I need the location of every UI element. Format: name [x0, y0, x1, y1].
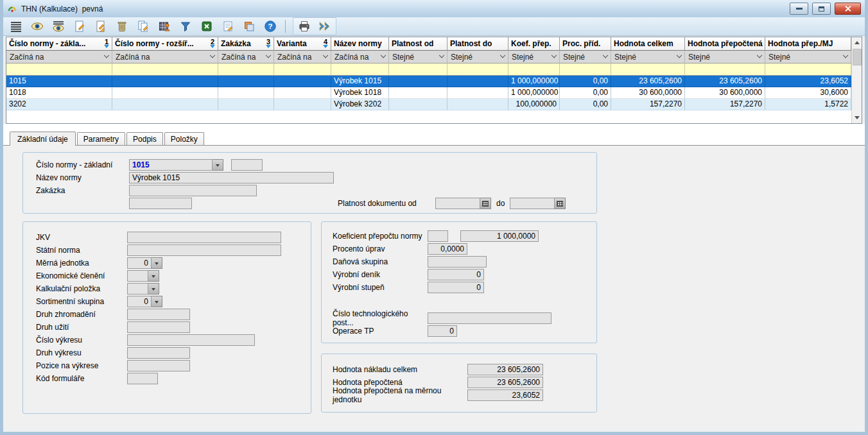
filter-operator-dropdown[interactable]: Stejné	[611, 51, 685, 64]
column-header[interactable]: Proc. příd.	[560, 37, 611, 51]
procento-uprav-field[interactable]: 0,0000	[428, 243, 467, 255]
filter-input[interactable]	[560, 64, 611, 76]
column-header[interactable]: Název normy	[331, 37, 389, 51]
platnost-do-calendar-button[interactable]	[555, 198, 566, 209]
grid-vertical-scrollbar[interactable]	[851, 37, 862, 123]
cislo-vykresu-field[interactable]	[127, 334, 255, 346]
column-header[interactable]: Hodnota celkem	[611, 37, 685, 51]
cislo-normy-field[interactable]: 1015	[129, 159, 213, 171]
tab-podpis[interactable]: Podpis	[126, 132, 163, 145]
column-header[interactable]: Číslo normy - zákla...1	[6, 37, 112, 51]
filter-input[interactable]	[765, 64, 851, 76]
operace-tp-field[interactable]: 0	[428, 325, 457, 337]
new-record-button[interactable]	[72, 19, 87, 34]
druh-vykresu-field[interactable]	[127, 347, 190, 359]
close-button[interactable]	[835, 3, 861, 15]
filter-operator-dropdown[interactable]: Začíná na	[331, 51, 389, 64]
cislo-normy-dropdown-button[interactable]	[213, 159, 223, 171]
filter-input[interactable]	[611, 64, 685, 76]
sortimentni-skupina-dropdown-button[interactable]	[152, 296, 162, 307]
menu-button[interactable]	[8, 19, 24, 34]
table-row[interactable]: 1018Výrobek 10181 000,0000000,0030 600,0…	[6, 87, 851, 99]
scrollbar-thumb[interactable]	[853, 49, 862, 65]
filter-button[interactable]	[178, 19, 193, 34]
druh-zhromadeni-field[interactable]	[127, 309, 190, 320]
filter-operator-dropdown[interactable]: Začíná na	[6, 51, 112, 64]
zakazka-field[interactable]	[129, 185, 257, 196]
filter-input[interactable]	[447, 64, 508, 76]
hodnota-prepoctena-field[interactable]: 23 605,2600	[467, 377, 543, 388]
koeficient-field[interactable]: 1 000,0000	[460, 230, 539, 242]
edit-record-button[interactable]	[93, 19, 108, 34]
filter-operator-dropdown[interactable]: Stejné	[560, 51, 611, 64]
filter-operator-dropdown[interactable]: Stejné	[447, 51, 508, 64]
column-header[interactable]: Číslo normy - rozšíř...2	[112, 37, 218, 51]
column-header[interactable]: Platnost od	[389, 37, 447, 51]
jkv-field[interactable]	[127, 232, 281, 243]
filter-input[interactable]	[6, 64, 112, 76]
duplicate-button[interactable]	[241, 19, 257, 34]
platnost-do-field[interactable]	[510, 198, 555, 209]
table-row[interactable]: 3202Výrobek 3202100,0000000,00157,227015…	[6, 99, 851, 110]
tab-parametry[interactable]: Parametry	[77, 132, 125, 145]
tab-zakladni-udaje[interactable]: Základní údaje	[10, 132, 76, 146]
platnost-od-field[interactable]	[435, 198, 480, 209]
forward-button[interactable]	[317, 19, 333, 34]
assign-button[interactable]	[157, 19, 172, 34]
hodnota-prepoctena-mj-field[interactable]: 23,6052	[467, 389, 543, 401]
cislo-normy-extra-field[interactable]	[231, 159, 263, 171]
filter-input[interactable]	[508, 64, 560, 76]
column-header[interactable]: Koef. přep.	[508, 37, 560, 51]
merna-jednotka-field[interactable]: 0	[127, 257, 152, 269]
merna-jednotka-dropdown-button[interactable]	[152, 257, 162, 269]
column-header[interactable]: Hodnota přep./MJ	[765, 37, 851, 51]
danova-skupina-field[interactable]	[428, 256, 487, 268]
delete-record-button[interactable]	[114, 19, 130, 34]
restore-button[interactable]	[812, 3, 831, 15]
platnost-od-calendar-button[interactable]	[480, 198, 491, 209]
column-header[interactable]: Platnost do	[447, 37, 508, 51]
filter-operator-dropdown[interactable]: Začíná na	[112, 51, 218, 64]
kalkulacni-polozka-dropdown-button[interactable]	[148, 283, 159, 294]
vyrobni-stupen-field[interactable]: 0	[428, 282, 484, 293]
koeficient-small-field[interactable]	[428, 230, 448, 242]
filter-operator-dropdown[interactable]: Stejné	[765, 51, 851, 64]
filter-operator-dropdown[interactable]: Začíná na	[218, 51, 274, 64]
filter-operator-dropdown[interactable]: Stejné	[389, 51, 447, 64]
ekonomicke-cleneni-dropdown-button[interactable]	[148, 270, 159, 282]
statni-norma-field[interactable]	[127, 244, 281, 256]
print-button[interactable]	[297, 19, 312, 34]
filter-input[interactable]	[112, 64, 218, 76]
report-button[interactable]	[220, 19, 236, 34]
filter-input[interactable]	[685, 64, 765, 76]
filter-operator-dropdown[interactable]: Stejné	[508, 51, 560, 64]
filter-input[interactable]	[331, 64, 389, 76]
view-columns-button[interactable]	[51, 19, 66, 34]
zakazka-extra-field[interactable]	[129, 198, 192, 209]
hodnota-nakladu-field[interactable]: 23 605,2600	[467, 364, 543, 375]
tab-polozky[interactable]: Položky	[164, 132, 204, 145]
view-button[interactable]	[30, 19, 45, 34]
copy-record-button[interactable]	[135, 19, 151, 34]
druh-uziti-field[interactable]	[127, 321, 190, 333]
minimize-button[interactable]	[790, 3, 808, 15]
kod-formulare-field[interactable]	[127, 373, 158, 384]
filter-operator-dropdown[interactable]: Začíná na	[274, 51, 331, 64]
excel-export-button[interactable]	[199, 19, 214, 34]
column-header[interactable]: Varianta4	[274, 37, 331, 51]
column-header[interactable]: Hodnota přepočtená	[685, 37, 765, 51]
filter-input[interactable]	[389, 64, 447, 76]
nazev-normy-field[interactable]: Výrobek 1015	[129, 172, 334, 183]
filter-operator-dropdown[interactable]: Stejné	[685, 51, 765, 64]
table-row-selected[interactable]: 1015Výrobek 10151 000,0000000,0023 605,2…	[6, 76, 851, 87]
pozice-na-vykrese-field[interactable]	[127, 360, 190, 371]
filter-input[interactable]	[218, 64, 274, 76]
help-button[interactable]: ?	[263, 19, 278, 34]
sortimentni-skupina-field[interactable]: 0	[127, 296, 152, 307]
column-header[interactable]: Zakázka3	[218, 37, 274, 51]
filter-input[interactable]	[274, 64, 331, 76]
cislo-tech-postupu-field[interactable]	[428, 312, 551, 324]
vyrobni-denik-field[interactable]: 0	[428, 269, 484, 280]
kalkulacni-polozka-field[interactable]	[127, 283, 148, 294]
scroll-down-arrow[interactable]	[852, 112, 862, 123]
